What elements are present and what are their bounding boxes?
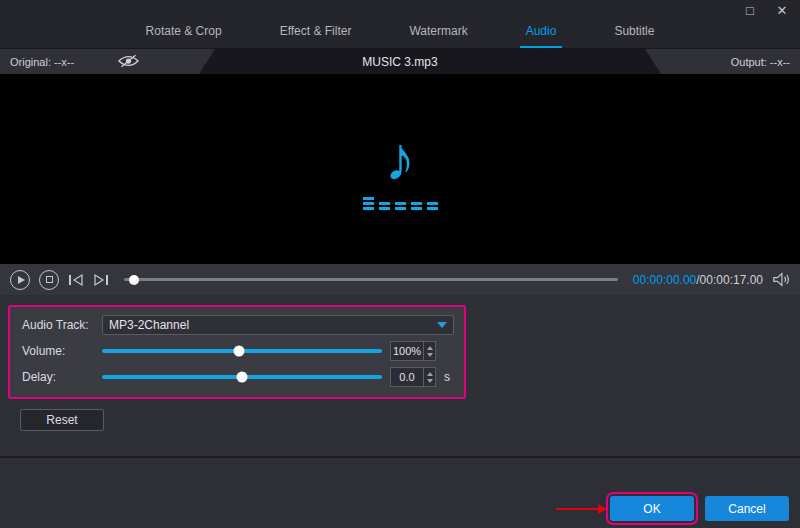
spin-up-icon[interactable] [427, 372, 433, 376]
skip-forward-icon [93, 274, 109, 286]
volume-input[interactable]: 100% [390, 341, 436, 361]
delay-unit: s [444, 370, 454, 384]
window-controls: □ ✕ [742, 3, 790, 18]
audio-settings-panel: Audio Track: MP3-2Channel Volume: 100% D… [8, 305, 466, 399]
delay-slider[interactable] [102, 375, 382, 379]
previous-frame-button[interactable] [68, 274, 84, 286]
stop-button[interactable] [39, 270, 59, 290]
volume-row: Volume: 100% [22, 338, 454, 364]
tab-watermark[interactable]: Watermark [403, 18, 473, 48]
info-bar: MUSIC 3.mp3 Original: --x-- Output: --x-… [0, 49, 800, 74]
original-label: Original: --x-- [10, 56, 74, 68]
delay-input[interactable]: 0.0 [390, 367, 436, 387]
preview-eye-toggle-icon[interactable] [118, 54, 139, 70]
volume-value: 100% [391, 342, 423, 360]
play-icon [18, 276, 25, 284]
chevron-down-icon [437, 322, 447, 328]
spin-down-icon[interactable] [427, 353, 433, 357]
play-button[interactable] [10, 270, 30, 290]
close-button[interactable]: ✕ [774, 3, 790, 18]
maximize-button[interactable]: □ [742, 3, 758, 18]
volume-mute-button[interactable] [772, 272, 790, 287]
delay-value: 0.0 [391, 368, 423, 386]
spin-down-icon[interactable] [427, 379, 433, 383]
volume-label: Volume: [22, 344, 94, 358]
player-bar: 00:00:00.00/00:00:17.00 [0, 264, 800, 295]
reset-button[interactable]: Reset [20, 409, 104, 431]
seek-slider[interactable] [124, 278, 618, 281]
current-time: 00:00:00.00 [633, 273, 696, 287]
tab-effect-and-filter[interactable]: Effect & Filter [274, 18, 358, 48]
spin-up-icon[interactable] [427, 346, 433, 350]
tab-subtitle[interactable]: Subtitle [608, 18, 660, 48]
speaker-icon [772, 272, 790, 287]
tab-rotate-and-crop[interactable]: Rotate & Crop [140, 18, 228, 48]
preview-area: ♪ [0, 74, 800, 264]
skip-back-icon [68, 274, 84, 286]
equalizer-bars-icon [363, 194, 438, 210]
music-note-icon: ♪ [385, 128, 416, 190]
audio-track-select[interactable]: MP3-2Channel [102, 315, 454, 335]
audio-track-label: Audio Track: [22, 318, 94, 332]
stop-icon [46, 276, 53, 283]
output-info: Output: --x-- [645, 49, 800, 74]
tab-audio[interactable]: Audio [520, 18, 563, 48]
top-bar: □ ✕ Rotate & Crop Effect & Filter Waterm… [0, 0, 800, 49]
next-frame-button[interactable] [93, 274, 109, 286]
total-time: /00:00:17.00 [696, 273, 763, 287]
delay-row: Delay: 0.0 s [22, 364, 454, 390]
annotation-arrow [556, 508, 598, 510]
delay-slider-handle[interactable] [237, 372, 248, 383]
output-label: Output: --x-- [731, 56, 790, 68]
volume-spinner[interactable] [423, 342, 435, 360]
delay-label: Delay: [22, 370, 94, 384]
cancel-button[interactable]: Cancel [705, 496, 789, 521]
volume-slider-handle[interactable] [234, 346, 245, 357]
ok-button[interactable]: OK [610, 496, 694, 521]
bottom-bar: OK Cancel [0, 456, 800, 528]
seek-handle[interactable] [129, 275, 139, 285]
delay-spinner[interactable] [423, 368, 435, 386]
audio-track-value: MP3-2Channel [109, 318, 189, 332]
volume-slider[interactable] [102, 349, 382, 353]
tab-bar: Rotate & Crop Effect & Filter Watermark … [0, 18, 800, 48]
original-info: Original: --x-- [0, 49, 215, 74]
editor-window: □ ✕ Rotate & Crop Effect & Filter Waterm… [0, 0, 800, 528]
audio-track-row: Audio Track: MP3-2Channel [22, 312, 454, 338]
time-display: 00:00:00.00/00:00:17.00 [633, 273, 763, 287]
